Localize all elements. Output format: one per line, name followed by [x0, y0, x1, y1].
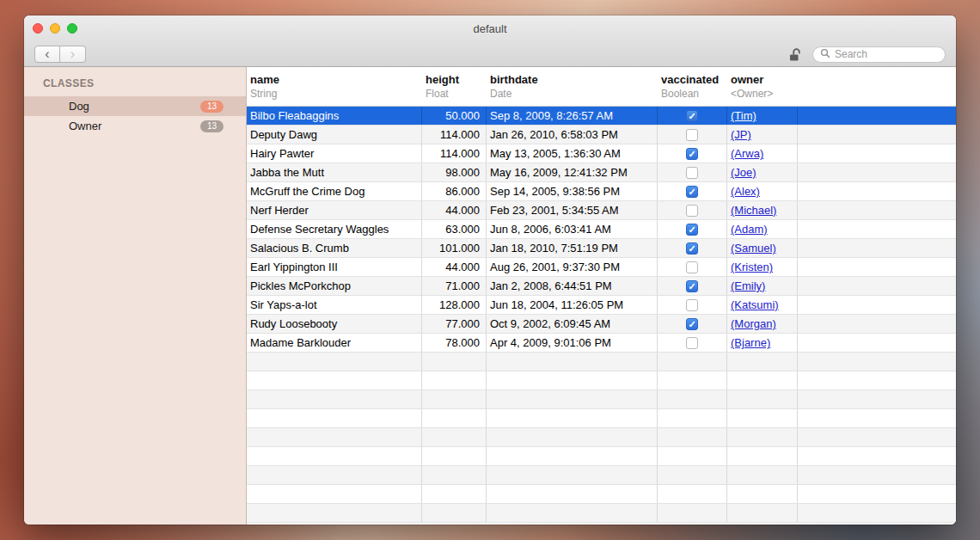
- owner-link[interactable]: (Joe): [731, 166, 756, 179]
- table-row[interactable]: Salacious B. Crumb 101.000 Jan 18, 2010,…: [247, 239, 956, 258]
- search-input[interactable]: [835, 48, 956, 60]
- table-row-empty[interactable]: [247, 409, 956, 428]
- owner-link[interactable]: (Tim): [731, 109, 756, 122]
- table-row-empty[interactable]: [247, 504, 956, 523]
- search-field[interactable]: [812, 46, 946, 63]
- cell-vaccinated: [658, 371, 727, 390]
- table-column-header[interactable]: owner <Owner>: [727, 73, 798, 106]
- vaccinated-checkbox[interactable]: [686, 261, 698, 273]
- table-row-empty[interactable]: [247, 428, 956, 447]
- cell-vaccinated: [658, 126, 727, 144]
- vaccinated-checkbox[interactable]: [686, 129, 698, 141]
- vaccinated-checkbox[interactable]: [686, 148, 698, 160]
- cell-filler: [798, 315, 956, 333]
- sidebar-item-list: Dog 13 Owner 13: [24, 96, 246, 136]
- forward-button[interactable]: ›: [60, 46, 86, 63]
- owner-link[interactable]: (Emily): [731, 279, 765, 292]
- table-row-empty[interactable]: [247, 353, 956, 371]
- owner-link[interactable]: (Bjarne): [731, 336, 770, 349]
- vaccinated-checkbox[interactable]: [686, 242, 698, 255]
- vaccinated-checkbox[interactable]: [686, 224, 698, 236]
- owner-link[interactable]: (Kristen): [731, 261, 773, 273]
- table-row[interactable]: Madame Barklouder 78.000 Apr 4, 2009, 9:…: [247, 334, 956, 353]
- cell-owner: (Emily): [727, 277, 798, 295]
- table-row-empty[interactable]: [247, 390, 956, 409]
- sidebar-item[interactable]: Dog 13: [24, 96, 246, 116]
- cell-vaccinated: [658, 315, 727, 333]
- owner-link[interactable]: (JP): [731, 128, 751, 141]
- table-header: name String height Float birthdate Date …: [247, 67, 956, 107]
- cell-name: Nerf Herder: [247, 201, 422, 219]
- vaccinated-checkbox[interactable]: [686, 167, 698, 179]
- cell-name: Deputy Dawg: [247, 126, 422, 144]
- vaccinated-checkbox[interactable]: [686, 205, 698, 217]
- table-row[interactable]: Earl Yippington III 44.000 Aug 26, 2001,…: [247, 258, 956, 277]
- owner-link[interactable]: (Alex): [731, 185, 760, 198]
- owner-link[interactable]: (Samuel): [731, 242, 776, 255]
- cell-name: [247, 504, 422, 522]
- vaccinated-checkbox[interactable]: [686, 186, 698, 198]
- cell-filler: [798, 485, 956, 503]
- close-button[interactable]: [33, 23, 43, 34]
- cell-name: [247, 447, 422, 465]
- cell-owner: [727, 409, 798, 427]
- table-row-empty[interactable]: [247, 466, 956, 485]
- owner-link[interactable]: (Arwa): [731, 147, 763, 160]
- cell-owner: (Samuel): [727, 239, 798, 257]
- table-row[interactable]: Deputy Dawg 114.000 Jan 26, 2010, 6:58:0…: [247, 126, 956, 144]
- sidebar-item[interactable]: Owner 13: [24, 116, 246, 136]
- cell-name: Earl Yippington III: [247, 258, 422, 276]
- table-row[interactable]: Jabba the Mutt 98.000 May 16, 2009, 12:4…: [247, 163, 956, 182]
- cell-birthdate: May 16, 2009, 12:41:32 PM: [487, 163, 658, 181]
- owner-link[interactable]: (Adam): [731, 223, 768, 236]
- cell-owner: (Kristen): [727, 258, 798, 276]
- table-row[interactable]: Sir Yaps-a-lot 128.000 Jun 18, 2004, 11:…: [247, 296, 956, 315]
- cell-vaccinated: [658, 447, 727, 465]
- cell-birthdate: Jan 2, 2008, 6:44:51 PM: [487, 277, 658, 295]
- cell-owner: [727, 353, 798, 371]
- cell-filler: [798, 428, 956, 446]
- cell-vaccinated: [658, 277, 727, 295]
- cell-vaccinated: [658, 239, 727, 257]
- cell-filler: [798, 447, 956, 465]
- toolbar: ‹ ›: [24, 41, 956, 67]
- table-body: Bilbo Fleabaggins 50.000 Sep 8, 2009, 8:…: [247, 107, 956, 525]
- owner-link[interactable]: (Michael): [731, 204, 776, 217]
- table-row-empty[interactable]: [247, 371, 956, 390]
- table-column-header[interactable]: name String: [247, 73, 422, 106]
- cell-height: 77.000: [422, 315, 487, 333]
- cell-vaccinated: [658, 334, 727, 352]
- lock-icon[interactable]: [788, 47, 802, 62]
- vaccinated-checkbox[interactable]: [686, 280, 698, 292]
- vaccinated-checkbox[interactable]: [686, 318, 698, 330]
- cell-vaccinated: [658, 258, 727, 276]
- table-row[interactable]: Rudy Loosebooty 77.000 Oct 9, 2002, 6:09…: [247, 315, 956, 334]
- table-row[interactable]: Defense Secretary Waggles 63.000 Jun 8, …: [247, 220, 956, 239]
- vaccinated-checkbox[interactable]: [686, 337, 698, 349]
- sidebar-item-label: Dog: [69, 100, 200, 113]
- owner-link[interactable]: (Morgan): [731, 317, 776, 330]
- table-row[interactable]: Hairy Pawter 114.000 May 13, 2005, 1:36:…: [247, 144, 956, 163]
- cell-owner: [727, 447, 798, 465]
- table-row[interactable]: McGruff the Crime Dog 86.000 Sep 14, 200…: [247, 182, 956, 201]
- table-column-header[interactable]: birthdate Date: [487, 73, 658, 106]
- column-type: Boolean: [661, 88, 724, 100]
- window-title: default: [24, 22, 956, 35]
- table-column-header[interactable]: vaccinated Boolean: [658, 73, 727, 106]
- zoom-button[interactable]: [67, 23, 77, 34]
- cell-name: Jabba the Mutt: [247, 163, 422, 181]
- cell-name: [247, 371, 422, 390]
- table-column-header[interactable]: height Float: [422, 73, 487, 106]
- table-row-empty[interactable]: [247, 447, 956, 466]
- table-row[interactable]: Bilbo Fleabaggins 50.000 Sep 8, 2009, 8:…: [247, 107, 956, 126]
- owner-link[interactable]: (Katsumi): [731, 298, 779, 311]
- vaccinated-checkbox[interactable]: [686, 110, 698, 122]
- table-row-empty[interactable]: [247, 485, 956, 504]
- cell-birthdate: Feb 23, 2001, 5:34:55 AM: [487, 201, 658, 219]
- minimize-button[interactable]: [50, 23, 60, 34]
- back-button[interactable]: ‹: [34, 46, 60, 63]
- vaccinated-checkbox[interactable]: [686, 299, 698, 311]
- table-row[interactable]: Pickles McPorkchop 71.000 Jan 2, 2008, 6…: [247, 277, 956, 296]
- title-bar[interactable]: default: [24, 15, 956, 41]
- table-row[interactable]: Nerf Herder 44.000 Feb 23, 2001, 5:34:55…: [247, 201, 956, 220]
